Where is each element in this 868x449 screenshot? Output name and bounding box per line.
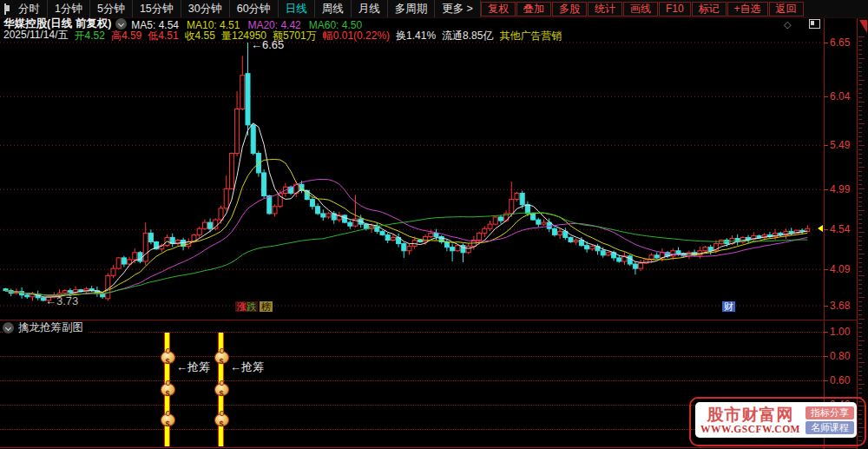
event-badge-0[interactable]: 涨跌 — [235, 301, 258, 312]
ruler-tick — [858, 236, 862, 237]
ruler-tick — [858, 284, 862, 285]
period-tab-10[interactable]: 更多 > — [435, 0, 481, 17]
ruler-tick — [858, 132, 862, 133]
quote-stat-8: 流通8.85亿 — [442, 30, 493, 42]
subpanel-axis-label-2: 0.60 — [830, 374, 850, 386]
quote-stat-4: 量124950 — [221, 30, 266, 42]
last-price-marker — [818, 225, 823, 232]
toolbar-button-2[interactable]: 多股 — [552, 2, 587, 17]
quote-stat-0: 开4.52 — [75, 30, 105, 42]
period-tab-0[interactable]: 分时 — [11, 0, 48, 17]
ruler-tick — [858, 36, 865, 37]
ruler-tick — [858, 67, 862, 68]
ruler-tick — [858, 232, 865, 233]
ruler-tick — [858, 380, 862, 380]
diamond-icon[interactable]: ◇ — [784, 19, 791, 30]
money-bag-icon: $ — [161, 351, 175, 364]
ruler-tick — [858, 115, 862, 116]
toolbar-button-4[interactable]: 画线 — [623, 2, 658, 17]
ruler-tick — [858, 93, 862, 94]
ruler-tick — [858, 388, 862, 389]
plot-right-border — [824, 17, 825, 449]
money-bag-icon: $ — [161, 413, 175, 426]
ruler-tick — [858, 149, 862, 150]
watermark-url: WWW.GSCFW.COM — [695, 424, 806, 434]
chart-annotation-1: ←3.73 — [45, 294, 78, 307]
panel-separator — [0, 320, 868, 320]
ruler-tick — [858, 136, 862, 137]
subpanel-axis-tick — [824, 380, 828, 381]
ruler-tick — [858, 162, 862, 163]
ruler-tick — [858, 89, 862, 89]
ruler-tick — [858, 71, 862, 72]
toolbar-button-5[interactable]: F10 — [659, 2, 691, 17]
subpanel-axis-tick — [824, 356, 828, 357]
ruler-tick — [858, 106, 862, 107]
ruler-tick — [858, 210, 865, 211]
ruler-tick — [858, 197, 862, 198]
period-tab-3[interactable]: 15分钟 — [133, 0, 181, 17]
ruler-tick — [858, 249, 862, 250]
toolbar-button-7[interactable]: +自选 — [727, 2, 768, 17]
ruler-tick — [858, 45, 862, 46]
ruler-tick — [858, 349, 862, 350]
period-tab-5[interactable]: 60分钟 — [230, 0, 279, 17]
date-label: 2025/11/14/五 — [3, 28, 69, 43]
chevron-down-icon[interactable] — [3, 322, 14, 333]
ruler-tick — [858, 327, 862, 328]
ruler-tick — [858, 280, 862, 281]
quote-stat-9: 其他广告营销 — [499, 30, 562, 42]
period-tab-9[interactable]: 多周期 — [388, 0, 436, 17]
money-bag-icon: $ — [214, 351, 229, 364]
toolbar-button-3[interactable]: 统计 — [588, 2, 622, 17]
quote-stat-2: 低4.51 — [148, 30, 178, 42]
ruler-tick — [858, 188, 865, 189]
ruler-tick — [858, 332, 862, 333]
ruler-tick — [858, 362, 865, 363]
window-icon[interactable] — [4, 3, 6, 15]
toolbar-button-8[interactable]: 返回 — [769, 2, 804, 17]
watermark-card: 股市财富网 WWW.GSCFW.COM 指标分享名师课程 — [695, 402, 857, 438]
subpanel-header: 擒龙抢筹副图 — [3, 320, 88, 335]
main-chart-canvas[interactable] — [0, 0, 868, 449]
watermark: 股市财富网 WWW.GSCFW.COM 指标分享名师课程 — [689, 397, 866, 446]
ruler-tick — [858, 141, 862, 142]
price-axis-tick — [824, 229, 828, 230]
period-tab-1[interactable]: 1分钟 — [48, 0, 90, 17]
ruler-tick — [858, 267, 862, 267]
ruler-tick — [858, 297, 865, 298]
ruler-tick — [858, 366, 862, 367]
ruler-tick — [858, 84, 862, 85]
watermark-site-name: 股市财富网 — [695, 406, 806, 424]
subpanel-gridline-0 — [0, 332, 824, 333]
price-axis-label-1: 6.04 — [830, 90, 850, 102]
price-axis-tick — [824, 145, 828, 146]
event-badge-2[interactable]: 财 — [722, 301, 735, 312]
period-tab-6[interactable]: 日线 — [279, 0, 315, 17]
period-tab-7[interactable]: 周线 — [315, 0, 352, 17]
ruler-tick — [858, 275, 865, 276]
toolbar-button-0[interactable]: 复权 — [481, 2, 516, 17]
period-tab-2[interactable]: 5分钟 — [90, 0, 133, 17]
period-tab-8[interactable]: 月线 — [352, 0, 388, 17]
ruler-tick — [858, 271, 862, 272]
grab-chips-label-0: ←抢筹 — [176, 360, 210, 375]
ruler-tick — [858, 219, 862, 220]
price-axis-label-5: 4.09 — [830, 263, 850, 275]
event-badge-1[interactable]: 榜 — [260, 301, 273, 312]
price-axis-tick — [824, 43, 828, 43]
watermark-tags: 指标分享名师课程 — [806, 405, 854, 436]
ruler-tick — [858, 58, 865, 59]
watermark-tag-0: 指标分享 — [806, 406, 854, 419]
quote-stat-5: 额5701万 — [273, 30, 317, 42]
ruler-tick — [858, 154, 862, 155]
toolbar-button-1[interactable]: 叠加 — [516, 2, 551, 17]
watermark-text-block: 股市财富网 WWW.GSCFW.COM — [695, 406, 806, 434]
money-bag-icon: $ — [214, 383, 229, 396]
subpanel-gridline-1 — [0, 356, 824, 357]
period-tab-4[interactable]: 30分钟 — [181, 0, 230, 17]
ruler-tick — [858, 184, 862, 185]
subpanel-axis-tick — [824, 332, 828, 333]
restore-window-icon[interactable] — [809, 19, 820, 29]
toolbar-button-6[interactable]: 标记 — [692, 2, 727, 17]
